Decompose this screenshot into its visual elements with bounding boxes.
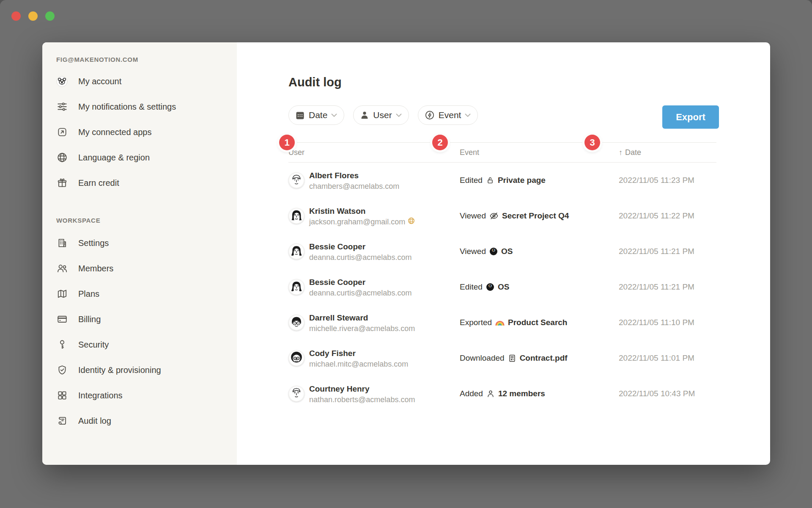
user-name: Bessie Cooper	[309, 277, 411, 288]
user-info: Cody Fisher michael.mitc@acmelabs.com	[309, 347, 408, 369]
user-cell: Courtney Henry nathan.roberts@acmelabs.c…	[288, 383, 460, 405]
event-cell: Viewed Secret Project Q4	[460, 211, 619, 221]
people-icon	[56, 263, 68, 274]
building-icon	[56, 237, 68, 249]
sidebar-item-plans[interactable]: Plans	[42, 281, 237, 306]
date-filter-button[interactable]: Date	[288, 105, 344, 125]
event-verb: Viewed	[460, 247, 486, 256]
event-verb: Edited	[460, 176, 483, 185]
sidebar-item-label: Members	[78, 264, 113, 273]
user-email: jackson.graham@gmail.com	[309, 217, 415, 227]
event-filter-button[interactable]: Event	[418, 105, 478, 125]
window-controls	[11, 11, 55, 21]
sidebar-item-label: My connected apps	[78, 127, 151, 137]
sidebar-item-label: My notifications & settings	[78, 102, 176, 112]
sidebar-item-audit-log[interactable]: Audit log	[42, 408, 237, 433]
event-object: Contract.pdf	[520, 353, 568, 363]
event-object: 12 members	[498, 389, 545, 398]
zoom-button[interactable]	[45, 11, 55, 21]
table-row: Courtney Henry nathan.roberts@acmelabs.c…	[288, 376, 716, 411]
event-cell: Edited 8 OS	[460, 282, 619, 292]
sidebar-item-security[interactable]: Security	[42, 332, 237, 357]
sidebar-item-label: Settings	[78, 238, 109, 248]
table-row: Cody Fisher michael.mitc@acmelabs.com Do…	[288, 340, 716, 376]
person-outline-icon	[486, 389, 495, 398]
sidebar-item-label: Plans	[78, 289, 99, 299]
person-icon	[360, 110, 369, 120]
settings-window: FIG@MAKENOTION.COM	[42, 42, 770, 465]
sidebar-item-settings[interactable]: Settings	[42, 230, 237, 256]
avatar	[288, 315, 304, 331]
user-info: Albert Flores chambers@acmelabs.com	[309, 169, 399, 191]
sidebar-item-earn-credit[interactable]: Earn credit	[42, 170, 237, 196]
sidebar-item-label: Integrations	[78, 391, 123, 400]
column-header-date[interactable]: ↑ Date	[619, 148, 716, 157]
sidebar-item-members[interactable]: Members	[42, 256, 237, 281]
event-cell: Edited Private page	[460, 176, 619, 185]
gold-globe-icon	[408, 217, 415, 227]
table-row: Bessie Cooper deanna.curtis@acmelabs.com…	[288, 234, 716, 269]
avatar	[288, 243, 304, 260]
svg-text:8: 8	[493, 248, 494, 251]
event-cell: Viewed 8 OS	[460, 247, 619, 256]
event-date: 2022/11/05 11:22 PM	[619, 211, 716, 221]
event-date: 2022/11/05 11:21 PM	[619, 247, 716, 256]
sidebar-item-language-region[interactable]: Language & region	[42, 145, 237, 170]
annotation-badge-1: 1	[279, 135, 295, 150]
table-header: User Event ↑ Date	[288, 142, 716, 163]
user-cell: Bessie Cooper deanna.curtis@acmelabs.com	[288, 240, 460, 262]
user-name: Cody Fisher	[309, 348, 408, 359]
sidebar-item-identity-provisioning[interactable]: Identity & provisioning	[42, 357, 237, 383]
sidebar-item-label: Identity & provisioning	[78, 365, 161, 375]
map-icon	[56, 288, 68, 300]
event-cell: Exported	[460, 318, 619, 327]
avatar	[288, 172, 304, 188]
table-row: Darrell Steward michelle.rivera@acmelabs…	[288, 305, 716, 340]
user-name: Albert Flores	[309, 170, 399, 181]
user-cell: Bessie Cooper deanna.curtis@acmelabs.com	[288, 276, 460, 298]
svg-text:8: 8	[489, 284, 491, 287]
lock-icon	[486, 176, 494, 185]
arrow-up-right-box-icon	[56, 127, 68, 138]
export-button[interactable]: Export	[662, 105, 719, 129]
eight-ball-icon: 8	[486, 283, 494, 291]
sidebar-item-connected-apps[interactable]: My connected apps	[42, 119, 237, 145]
user-cell: Albert Flores chambers@acmelabs.com	[288, 169, 460, 191]
calendar-icon	[295, 110, 305, 120]
event-object: Private page	[498, 176, 546, 185]
audit-log-table: User Event ↑ Date	[288, 142, 716, 411]
event-verb: Exported	[460, 318, 492, 327]
sidebar-item-integrations[interactable]: Integrations	[42, 383, 237, 408]
sidebar-item-notifications-settings[interactable]: My notifications & settings	[42, 94, 237, 119]
user-cell: Cody Fisher michael.mitc@acmelabs.com	[288, 347, 460, 369]
user-name: Darrell Steward	[309, 312, 415, 323]
user-filter-button[interactable]: User	[353, 105, 409, 125]
workspace-section: Settings Members	[42, 230, 237, 433]
document-icon	[508, 354, 516, 362]
sidebar-item-my-account[interactable]: My account	[42, 69, 237, 94]
close-button[interactable]	[11, 11, 21, 21]
user-info: Darrell Steward michelle.rivera@acmelabs…	[309, 312, 415, 334]
audit-log-page: Audit log Date	[237, 42, 770, 465]
annotation-badge-3: 3	[584, 135, 600, 150]
user-cell: Darrell Steward michelle.rivera@acmelabs…	[288, 312, 460, 334]
settings-sidebar: FIG@MAKENOTION.COM	[42, 42, 237, 465]
user-email: michelle.rivera@acmelabs.com	[309, 323, 415, 334]
sliders-icon	[56, 101, 68, 113]
user-email: nathan.roberts@acmelabs.com	[309, 395, 415, 405]
sort-ascending-icon: ↑	[619, 148, 623, 157]
user-email: chambers@acmelabs.com	[309, 181, 399, 191]
eight-ball-icon: 8	[489, 247, 498, 256]
avatar	[288, 279, 304, 295]
chevron-down-icon	[465, 111, 471, 119]
user-info: Bessie Cooper deanna.curtis@acmelabs.com	[309, 240, 411, 262]
account-avatar	[56, 76, 68, 87]
sidebar-item-billing[interactable]: Billing	[42, 306, 237, 332]
filter-bar: Date User	[288, 105, 478, 125]
minimize-button[interactable]	[28, 11, 38, 21]
event-object: OS	[501, 247, 513, 256]
event-date: 2022/11/05 11:23 PM	[619, 176, 716, 185]
column-header-user: User	[288, 148, 460, 157]
scroll-icon	[56, 415, 68, 427]
event-cell: Added 12 members	[460, 389, 619, 398]
